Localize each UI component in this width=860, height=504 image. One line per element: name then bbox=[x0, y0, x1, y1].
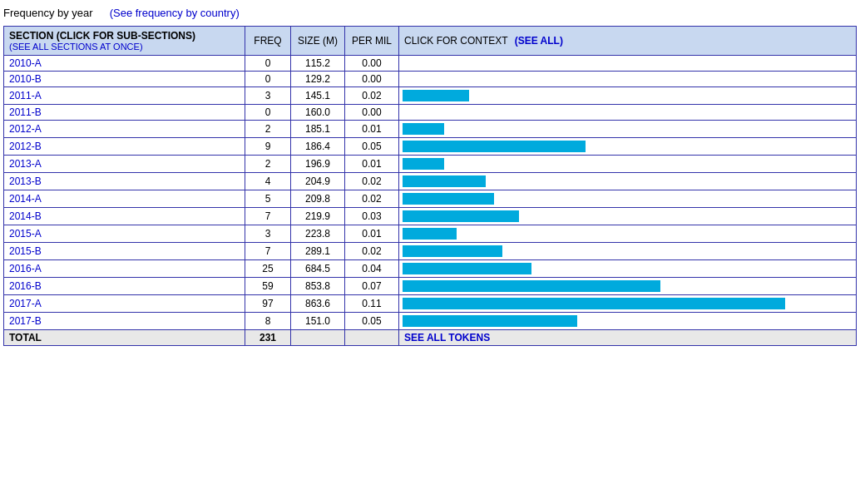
section-cell: 2012-B bbox=[4, 138, 245, 156]
see-all-context-link[interactable]: (SEE ALL) bbox=[515, 35, 563, 47]
section-cell: 2013-B bbox=[4, 173, 245, 190]
section-cell: 2017-A bbox=[4, 295, 245, 313]
bar-container bbox=[403, 140, 853, 153]
section-link[interactable]: 2015-A bbox=[9, 228, 42, 240]
size-cell: 145.1 bbox=[291, 87, 345, 105]
permil-cell: 0.05 bbox=[345, 138, 399, 156]
context-cell[interactable] bbox=[399, 72, 857, 87]
context-cell[interactable] bbox=[399, 278, 857, 295]
section-link[interactable]: 2016-A bbox=[9, 263, 42, 274]
table-row: 2015-A3223.80.01 bbox=[4, 225, 857, 243]
context-cell[interactable] bbox=[399, 208, 857, 225]
bar-container bbox=[403, 314, 853, 328]
section-cell: 2015-B bbox=[4, 243, 245, 260]
section-link[interactable]: 2017-A bbox=[9, 298, 42, 309]
section-cell: 2011-A bbox=[4, 87, 245, 105]
section-link[interactable]: 2011-B bbox=[9, 106, 42, 118]
freq-cell: 3 bbox=[245, 225, 291, 243]
bar-container bbox=[403, 227, 853, 240]
size-cell: 219.9 bbox=[291, 208, 345, 225]
frequency-bar bbox=[403, 141, 586, 152]
section-cell: 2016-A bbox=[4, 260, 245, 278]
page-wrapper: Frequency by year (See frequency by coun… bbox=[0, 0, 860, 504]
table-row: 2016-A25684.50.04 bbox=[4, 260, 857, 278]
context-cell[interactable] bbox=[399, 260, 857, 278]
freq-cell: 59 bbox=[245, 278, 291, 295]
context-cell[interactable] bbox=[399, 156, 857, 173]
frequency-bar bbox=[403, 193, 494, 205]
size-cell: 115.2 bbox=[291, 56, 345, 72]
total-row: TOTAL231SEE ALL TOKENS bbox=[4, 330, 857, 346]
table-row: 2011-B0160.00.00 bbox=[4, 105, 857, 121]
table-row: 2016-B59853.80.07 bbox=[4, 278, 857, 295]
section-link[interactable]: 2015-B bbox=[9, 245, 42, 257]
size-cell: 204.9 bbox=[291, 173, 345, 190]
section-link[interactable]: 2012-A bbox=[9, 123, 42, 135]
bar-container bbox=[403, 175, 853, 188]
frequency-bar bbox=[403, 263, 531, 274]
freq-cell: 2 bbox=[245, 121, 291, 138]
bar-container bbox=[403, 89, 853, 102]
frequency-by-country-link[interactable]: (See frequency by country) bbox=[110, 7, 240, 19]
bar-container bbox=[403, 157, 853, 170]
section-link[interactable]: 2010-A bbox=[9, 57, 42, 69]
total-size bbox=[291, 330, 345, 346]
page-title: Frequency by year bbox=[3, 7, 93, 19]
see-all-sections-link[interactable]: (SEE ALL SECTIONS AT ONCE) bbox=[9, 42, 240, 52]
context-cell[interactable] bbox=[399, 56, 857, 72]
total-context[interactable]: SEE ALL TOKENS bbox=[399, 330, 857, 346]
section-link[interactable]: 2013-A bbox=[9, 158, 42, 170]
section-link[interactable]: 2010-B bbox=[9, 73, 42, 85]
bar-container bbox=[403, 262, 853, 275]
section-cell: 2012-A bbox=[4, 121, 245, 138]
context-cell[interactable] bbox=[399, 87, 857, 105]
bar-container bbox=[403, 279, 853, 293]
section-link[interactable]: 2017-B bbox=[9, 315, 42, 327]
frequency-bar bbox=[403, 245, 502, 257]
col-header-size: SIZE (M) bbox=[291, 27, 345, 56]
permil-cell: 0.01 bbox=[345, 156, 399, 173]
section-link[interactable]: 2014-B bbox=[9, 210, 42, 222]
frequency-bar bbox=[403, 175, 486, 187]
context-cell[interactable] bbox=[399, 225, 857, 243]
table-row: 2013-A2196.90.01 bbox=[4, 156, 857, 173]
bar-container bbox=[403, 192, 853, 205]
context-cell[interactable] bbox=[399, 105, 857, 121]
size-cell: 151.0 bbox=[291, 313, 345, 330]
context-cell[interactable] bbox=[399, 243, 857, 260]
see-all-tokens-link[interactable]: SEE ALL TOKENS bbox=[404, 332, 490, 343]
freq-cell: 3 bbox=[245, 87, 291, 105]
size-cell: 289.1 bbox=[291, 243, 345, 260]
frequency-bar bbox=[403, 210, 519, 222]
freq-cell: 25 bbox=[245, 260, 291, 278]
section-link[interactable]: 2013-B bbox=[9, 175, 42, 187]
context-cell[interactable] bbox=[399, 173, 857, 190]
context-cell[interactable] bbox=[399, 190, 857, 208]
context-cell[interactable] bbox=[399, 138, 857, 156]
section-link[interactable]: 2016-B bbox=[9, 280, 42, 292]
freq-cell: 7 bbox=[245, 208, 291, 225]
frequency-bar bbox=[403, 90, 469, 101]
section-cell: 2014-A bbox=[4, 190, 245, 208]
permil-cell: 0.03 bbox=[345, 208, 399, 225]
section-cell: 2013-A bbox=[4, 156, 245, 173]
col-header-freq: FREQ bbox=[245, 27, 291, 56]
freq-cell: 97 bbox=[245, 295, 291, 313]
section-link[interactable]: 2011-A bbox=[9, 90, 42, 101]
bar-container bbox=[403, 245, 853, 258]
permil-cell: 0.02 bbox=[345, 243, 399, 260]
size-cell: 185.1 bbox=[291, 121, 345, 138]
context-cell[interactable] bbox=[399, 313, 857, 330]
freq-cell: 7 bbox=[245, 243, 291, 260]
size-cell: 223.8 bbox=[291, 225, 345, 243]
section-link[interactable]: 2014-A bbox=[9, 193, 42, 205]
context-cell[interactable] bbox=[399, 295, 857, 313]
permil-cell: 0.00 bbox=[345, 105, 399, 121]
section-link[interactable]: 2012-B bbox=[9, 141, 42, 152]
permil-cell: 0.02 bbox=[345, 190, 399, 208]
table-row: 2014-B7219.90.03 bbox=[4, 208, 857, 225]
size-cell: 186.4 bbox=[291, 138, 345, 156]
section-cell: 2017-B bbox=[4, 313, 245, 330]
freq-cell: 2 bbox=[245, 156, 291, 173]
context-cell[interactable] bbox=[399, 121, 857, 138]
